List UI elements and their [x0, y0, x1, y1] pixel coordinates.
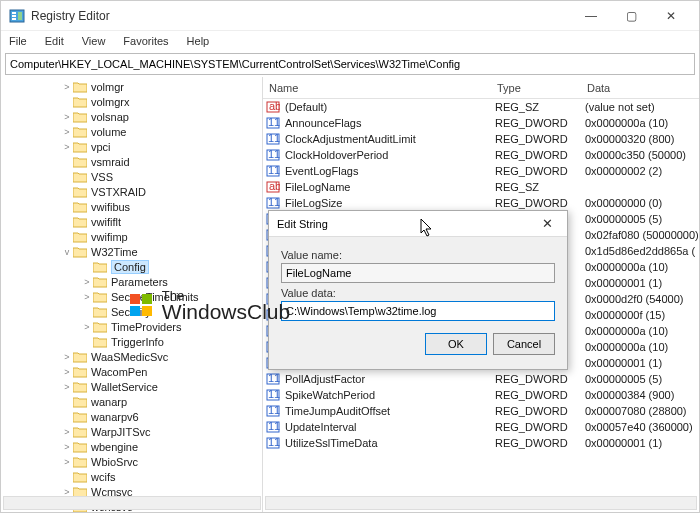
menu-edit[interactable]: Edit — [41, 34, 68, 48]
menu-bar: File Edit View Favorites Help — [1, 31, 699, 51]
tree-item[interactable]: >SecureTimeLimits — [1, 289, 262, 304]
tree-label: vpci — [91, 141, 111, 153]
tree-item[interactable]: >TimeProviders — [1, 319, 262, 334]
expand-icon[interactable]: > — [61, 367, 73, 377]
tree-label: WaaSMedicSvc — [91, 351, 168, 363]
valuedata-input[interactable] — [281, 301, 555, 321]
expand-icon[interactable]: > — [61, 142, 73, 152]
tree-label: WacomPen — [91, 366, 147, 378]
dialog-close-button[interactable]: ✕ — [535, 216, 559, 231]
expand-icon[interactable]: > — [61, 382, 73, 392]
value-row[interactable]: 110SpikeWatchPeriodREG_DWORD0x00000384 (… — [263, 387, 699, 403]
titlebar[interactable]: Registry Editor — ▢ ✕ — [1, 1, 699, 31]
folder-icon — [93, 291, 107, 303]
valuename-input[interactable] — [281, 263, 555, 283]
menu-file[interactable]: File — [5, 34, 31, 48]
tree-item[interactable]: vwififlt — [1, 214, 262, 229]
cancel-button[interactable]: Cancel — [493, 333, 555, 355]
folder-icon — [93, 261, 107, 273]
svg-text:110: 110 — [268, 148, 280, 160]
expand-icon[interactable]: > — [81, 277, 93, 287]
grid-header[interactable]: Name Type Data — [263, 77, 699, 99]
tree-item[interactable]: VSS — [1, 169, 262, 184]
tree-item[interactable]: Config — [1, 259, 262, 274]
close-button[interactable]: ✕ — [651, 2, 691, 30]
menu-view[interactable]: View — [78, 34, 110, 48]
value-row[interactable]: ab(Default)REG_SZ(value not set) — [263, 99, 699, 115]
tree-item[interactable]: wanarp — [1, 394, 262, 409]
expand-icon[interactable]: > — [61, 112, 73, 122]
dialog-titlebar[interactable]: Edit String ✕ — [269, 211, 567, 237]
tree-item[interactable]: >wbengine — [1, 439, 262, 454]
value-row[interactable]: 110AnnounceFlagsREG_DWORD0x0000000a (10) — [263, 115, 699, 131]
expand-icon[interactable]: > — [61, 352, 73, 362]
tree-label: volume — [91, 126, 126, 138]
svg-text:110: 110 — [268, 388, 280, 400]
col-type[interactable]: Type — [491, 82, 581, 94]
tree-item[interactable]: wcifs — [1, 469, 262, 484]
address-text: Computer\HKEY_LOCAL_MACHINE\SYSTEM\Curre… — [10, 58, 460, 70]
tree-label: volsnap — [91, 111, 129, 123]
dialog-title: Edit String — [277, 218, 328, 230]
value-row[interactable]: 110ClockAdjustmentAuditLimitREG_DWORD0x0… — [263, 131, 699, 147]
tree-item[interactable]: >Parameters — [1, 274, 262, 289]
value-row[interactable]: 110FileLogSizeREG_DWORD0x00000000 (0) — [263, 195, 699, 211]
folder-icon — [73, 81, 87, 93]
grid-hscrollbar[interactable] — [265, 496, 697, 510]
tree-item[interactable]: >WacomPen — [1, 364, 262, 379]
value-data: 0x00000001 (1) — [585, 437, 662, 449]
col-name[interactable]: Name — [263, 82, 491, 94]
expand-icon[interactable]: > — [61, 487, 73, 497]
maximize-button[interactable]: ▢ — [611, 2, 651, 30]
col-data[interactable]: Data — [581, 82, 699, 94]
value-row[interactable]: 110UtilizeSslTimeDataREG_DWORD0x00000001… — [263, 435, 699, 451]
edit-string-dialog[interactable]: Edit String ✕ Value name: Value data: OK… — [268, 210, 568, 370]
tree-item[interactable]: VSTXRAID — [1, 184, 262, 199]
tree-item[interactable]: volmgrx — [1, 94, 262, 109]
tree-item[interactable]: vW32Time — [1, 244, 262, 259]
folder-icon — [73, 231, 87, 243]
menu-favorites[interactable]: Favorites — [119, 34, 172, 48]
tree-item[interactable]: TriggerInfo — [1, 334, 262, 349]
folder-icon — [93, 306, 107, 318]
address-bar[interactable]: Computer\HKEY_LOCAL_MACHINE\SYSTEM\Curre… — [5, 53, 695, 75]
value-row[interactable]: abFileLogNameREG_SZ — [263, 179, 699, 195]
tree-item[interactable]: >volsnap — [1, 109, 262, 124]
value-row[interactable]: 110EventLogFlagsREG_DWORD0x00000002 (2) — [263, 163, 699, 179]
tree-item[interactable]: >WaaSMedicSvc — [1, 349, 262, 364]
tree-item[interactable]: >volume — [1, 124, 262, 139]
expand-icon[interactable]: > — [61, 457, 73, 467]
expand-icon[interactable]: > — [61, 127, 73, 137]
tree-pane[interactable]: >volmgrvolmgrx>volsnap>volume>vpcivsmrai… — [1, 77, 263, 512]
tree-item[interactable]: wanarpv6 — [1, 409, 262, 424]
tree-hscrollbar[interactable] — [3, 496, 261, 510]
tree-item[interactable]: >volmgr — [1, 79, 262, 94]
svg-rect-4 — [18, 12, 22, 20]
tree-item[interactable]: >vpci — [1, 139, 262, 154]
value-row[interactable]: 110PollAdjustFactorREG_DWORD0x00000005 (… — [263, 371, 699, 387]
expand-icon[interactable]: > — [61, 427, 73, 437]
expand-icon[interactable]: > — [81, 292, 93, 302]
tree-item[interactable]: >WalletService — [1, 379, 262, 394]
expand-icon[interactable]: > — [61, 442, 73, 452]
tree-label: wanarp — [91, 396, 127, 408]
tree-item[interactable]: Security — [1, 304, 262, 319]
expand-icon[interactable]: v — [61, 247, 73, 257]
tree-item[interactable]: vwifibus — [1, 199, 262, 214]
minimize-button[interactable]: — — [571, 2, 611, 30]
tree-item[interactable]: >WbioSrvc — [1, 454, 262, 469]
value-row[interactable]: 110TimeJumpAuditOffsetREG_DWORD0x0000708… — [263, 403, 699, 419]
menu-help[interactable]: Help — [183, 34, 214, 48]
value-row[interactable]: 110ClockHoldoverPeriodREG_DWORD0x0000c35… — [263, 147, 699, 163]
value-row[interactable]: 110UpdateIntervalREG_DWORD0x00057e40 (36… — [263, 419, 699, 435]
tree-item[interactable]: vsmraid — [1, 154, 262, 169]
ok-button[interactable]: OK — [425, 333, 487, 355]
tree-item[interactable]: >WarpJITSvc — [1, 424, 262, 439]
expand-icon[interactable]: > — [61, 82, 73, 92]
folder-icon — [73, 171, 87, 183]
tree-label: wcifs — [91, 471, 115, 483]
folder-icon — [73, 111, 87, 123]
dword-icon: 110 — [265, 196, 281, 210]
expand-icon[interactable]: > — [81, 322, 93, 332]
tree-item[interactable]: vwifimp — [1, 229, 262, 244]
